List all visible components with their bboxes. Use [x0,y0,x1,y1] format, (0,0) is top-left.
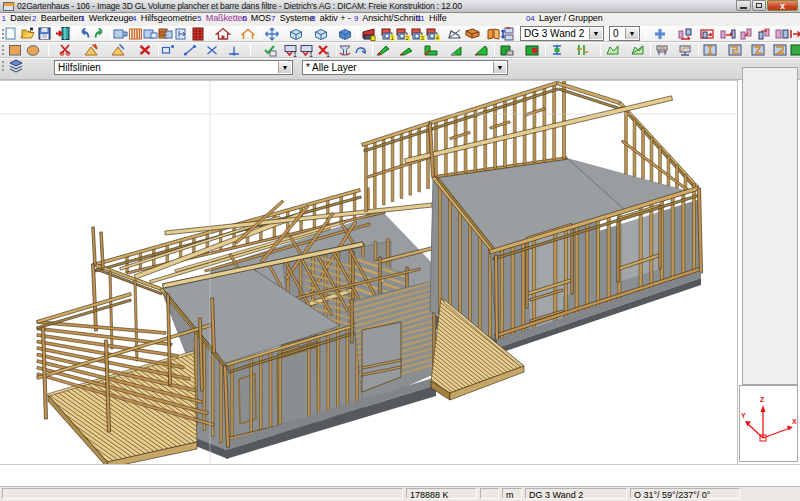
svg-text:Y: Y [741,412,746,419]
svg-text:1: 1 [309,51,313,58]
svg-text:X: X [792,418,797,425]
svg-text:Z: Z [760,396,765,403]
svg-text:1: 1 [293,51,297,58]
svg-text:1: 1 [326,51,330,58]
